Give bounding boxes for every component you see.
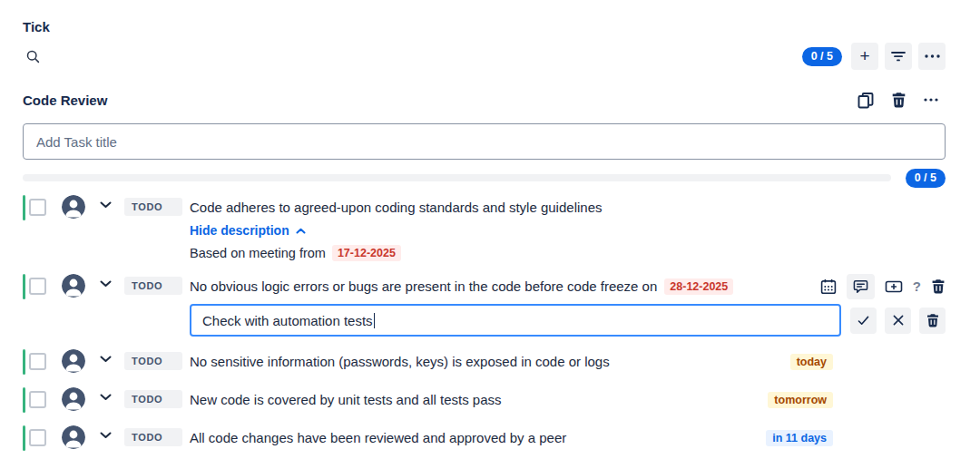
task-checkbox[interactable] [29,199,46,216]
assignee-avatar[interactable] [62,387,85,411]
trash-icon [926,313,939,327]
task-row: TODO All code changes have been reviewed… [23,425,946,451]
task-title[interactable]: New code is covered by unit tests and al… [190,392,502,407]
checklist-actions [858,92,938,109]
delete-task-button[interactable] [919,308,946,334]
trash-icon [931,278,946,294]
due-date-badge: 28-12-2025 [664,278,733,295]
progress-section: 0 / 5 [23,169,946,187]
task-list: TODO Code adheres to agreed-upon coding … [23,194,946,451]
task-actions: ? [820,274,946,299]
status-badge[interactable]: TODO [124,428,182,446]
task-title[interactable]: No sensitive information (passwords, key… [190,354,610,369]
comment-icon [853,279,868,294]
task-row: TODO New code is covered by unit tests a… [23,386,946,413]
task-title[interactable]: No obvious logic errors or bugs are pres… [190,278,657,294]
text-caret [374,313,376,328]
copy-icon [858,92,874,109]
add-task-title-input[interactable] [23,123,946,160]
task-status-bar [23,195,25,220]
search-icon[interactable] [25,49,41,64]
task-content: All code changes have been reviewed and … [190,425,946,451]
convert-to-issue-button[interactable] [885,279,903,294]
task-status-bar [23,425,25,451]
delete-task-button[interactable] [931,278,946,294]
progress-bar [23,174,891,181]
trash-icon [891,92,906,108]
description-text: Based on meeting from [190,246,326,260]
assignee-avatar[interactable] [62,349,85,373]
status-badge[interactable]: TODO [124,277,182,295]
more-icon [925,54,940,58]
calendar-icon [820,278,837,295]
assignee-avatar[interactable] [62,195,85,219]
task-status-bar [23,387,25,413]
more-options-button[interactable] [918,43,946,70]
chevron-up-icon [296,228,306,234]
chevron-down-icon[interactable] [100,432,112,439]
status-badge[interactable]: TODO [124,390,182,408]
toolbar-actions: 0 / 5 + [802,43,946,70]
due-label-badge: in 11 days [766,430,833,446]
toolbar: 0 / 5 + [23,43,946,70]
task-content: New code is covered by unit tests and al… [190,386,946,413]
tick-panel: Tick 0 / 5 + Code Review [0,0,980,451]
task-edit-row: Check with automation tests [190,304,946,337]
copy-checklist-button[interactable] [858,92,874,109]
task-row: TODO Code adheres to agreed-upon coding … [23,194,946,261]
assignee-avatar[interactable] [62,425,85,449]
checklist-progress-badge: 0 / 5 [802,47,842,66]
task-title-edit-input[interactable]: Check with automation tests [190,304,841,337]
hide-description-link[interactable]: Hide description [190,223,306,238]
app-title: Tick [23,18,946,35]
close-icon [893,315,904,326]
task-content: Code adheres to agreed-upon coding stand… [190,194,946,261]
task-content: No obvious logic errors or bugs are pres… [190,273,946,337]
chevron-down-icon[interactable] [100,356,112,363]
filter-icon [891,50,906,63]
check-icon [858,316,869,326]
task-checkbox[interactable] [29,353,46,370]
task-checkbox[interactable] [29,278,46,295]
progress-badge: 0 / 5 [906,169,946,188]
task-checkbox[interactable] [29,391,46,408]
checklist-title: Code Review [23,93,107,108]
task-status-bar [23,274,25,299]
delete-checklist-button[interactable] [891,92,906,108]
task-row: TODO No obvious logic errors or bugs are… [23,273,946,337]
add-task-button[interactable]: + [851,43,878,70]
due-label-badge: today [790,354,833,370]
assignee-avatar[interactable] [62,274,85,298]
cancel-edit-button[interactable] [885,308,911,334]
task-row: TODO No sensitive information (passwords… [23,348,946,375]
task-title[interactable]: Code adheres to agreed-upon coding stand… [190,200,602,215]
filter-button[interactable] [885,43,912,70]
checklist-more-button[interactable] [924,98,938,102]
task-title[interactable]: All code changes have been reviewed and … [190,430,566,445]
status-badge[interactable]: TODO [124,352,182,370]
due-label-badge: tomorrow [768,392,833,408]
plus-icon: + [859,47,869,64]
more-icon [924,98,938,102]
comment-button[interactable] [847,274,875,299]
confirm-edit-button[interactable] [850,308,877,334]
task-description: Hide description Based on meeting from 1… [190,222,946,261]
chevron-down-icon[interactable] [100,394,112,401]
help-icon[interactable]: ? [913,278,921,294]
due-date-button[interactable] [820,278,837,295]
task-checkbox[interactable] [29,429,46,446]
status-badge[interactable]: TODO [124,198,182,216]
chevron-down-icon[interactable] [100,201,112,209]
due-date-badge: 17-12-2025 [332,245,401,261]
task-content: No sensitive information (passwords, key… [190,348,946,375]
task-status-bar [23,349,25,375]
chevron-down-icon[interactable] [100,280,112,288]
checklist-header: Code Review [23,88,946,112]
card-plus-icon [885,279,903,294]
